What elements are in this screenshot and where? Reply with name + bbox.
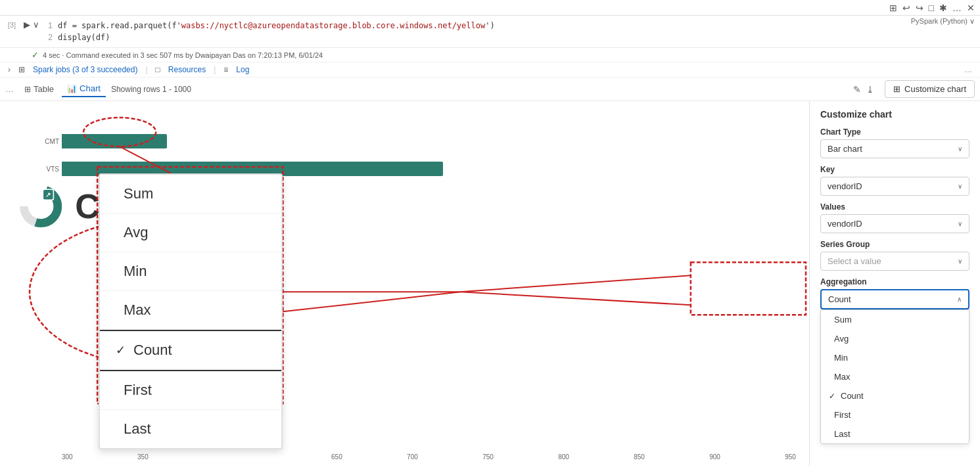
series-group-select[interactable]: Select a value ∨	[820, 252, 969, 271]
key-chevron: ∨	[958, 183, 962, 190]
close-icon[interactable]: ✕	[967, 3, 975, 13]
expand-cell-icon[interactable]: ∨	[33, 20, 39, 30]
agg-count-check: ✓	[829, 392, 835, 401]
dropdown-item-last[interactable]: Last	[100, 410, 281, 448]
log-link[interactable]: Log	[236, 65, 249, 74]
agg-first-label: First	[834, 410, 851, 420]
log-icon: ≡	[223, 65, 228, 74]
more-icon[interactable]: …	[952, 3, 962, 13]
code-line-1: 1 df = spark.read.parquet(f'wasbs://nyct…	[42, 20, 906, 32]
redo-icon[interactable]: ↪	[916, 3, 923, 13]
agg-item-avg[interactable]: Avg	[821, 329, 969, 348]
output-more-icon[interactable]: …	[5, 84, 14, 94]
collapse-icon[interactable]: ›	[8, 65, 11, 74]
agg-item-count[interactable]: ✓ Count	[821, 386, 969, 405]
aggregation-label: Aggregation	[820, 277, 969, 286]
chart-type-label: Chart Type	[820, 127, 969, 137]
agg-max-label: Max	[834, 372, 851, 382]
dropdown-item-sum[interactable]: Sum	[100, 175, 281, 214]
values-select[interactable]: vendorID ∨	[820, 214, 969, 233]
table-icon: ⊞	[24, 85, 31, 94]
dropdown-item-avg[interactable]: Avg	[100, 214, 281, 252]
agg-last-label: Last	[834, 429, 851, 439]
series-group-value: Select a value	[828, 256, 881, 266]
agg-item-max[interactable]: Max	[821, 367, 969, 386]
edit-icon[interactable]: ✎	[853, 84, 861, 95]
run-button[interactable]: ▶	[24, 20, 30, 30]
language-badge[interactable]: PySpark (Python) ∨	[906, 16, 980, 27]
chart-type-select[interactable]: Bar chart ∨	[820, 139, 969, 158]
aggregation-value: Count	[828, 294, 851, 304]
top-toolbar: ⊞ ↩ ↪ □ ✱ … ✕	[0, 0, 980, 16]
key-select[interactable]: vendorID ∨	[820, 177, 969, 196]
bar-label-vts: VTS	[39, 166, 59, 173]
series-group-chevron: ∨	[958, 258, 962, 265]
values-label: Values	[820, 202, 969, 212]
values-value: vendorID	[828, 219, 862, 229]
undo-icon[interactable]: ↩	[902, 3, 910, 13]
toolbar-actions: ✎ ⤓ ⊞ Customize chart	[853, 80, 975, 98]
download-icon[interactable]: ⤓	[866, 84, 874, 95]
customize-chart-icon: ⊞	[893, 84, 900, 94]
customize-chart-button[interactable]: ⊞ Customize chart	[885, 80, 975, 98]
resources-link[interactable]: Resources	[168, 65, 206, 74]
avg-label: Avg	[124, 224, 149, 241]
agg-min-label: Min	[834, 353, 848, 363]
table-tab[interactable]: ⊞ Table	[19, 81, 59, 97]
spark-jobs-icon: ⊞	[18, 65, 25, 74]
values-chevron: ∨	[958, 220, 962, 227]
agg-item-last[interactable]: Last	[821, 424, 969, 443]
dropdown-item-first[interactable]: First	[100, 371, 281, 410]
dropdown-item-count[interactable]: ✓ Count	[100, 331, 281, 370]
agg-item-first[interactable]: First	[821, 405, 969, 424]
chart-tab-icon: 📊	[67, 84, 77, 93]
exec-status: ✓ 4 sec · Command executed in 3 sec 507 …	[32, 50, 323, 60]
aggregation-select[interactable]: Count ∧	[820, 289, 969, 309]
chart-type-value: Bar chart	[828, 144, 862, 154]
grid-icon[interactable]: ⊞	[889, 3, 897, 13]
x-axis: 300 350 650 700 750 800 850 900 950	[62, 453, 796, 461]
bar-cmt	[62, 134, 167, 148]
showing-text: Showing rows 1 - 1000	[111, 85, 191, 94]
agg-item-sum[interactable]: Sum	[821, 310, 969, 329]
agg-sum-label: Sum	[834, 315, 852, 325]
aggregation-dropdown: Sum Avg Min Max ✓ Count	[820, 309, 969, 444]
toolbar-icons: ⊞ ↩ ↪ □ ✱ … ✕	[889, 3, 975, 13]
first-label: First	[124, 382, 152, 399]
agg-item-min[interactable]: Min	[821, 348, 969, 367]
dropdown-item-min[interactable]: Min	[100, 252, 281, 291]
spark-jobs-link[interactable]: Spark jobs (3 of 3 succeeded)	[33, 65, 137, 74]
bar-row-cmt: CMT	[39, 134, 796, 148]
chart-type-chevron: ∨	[958, 145, 962, 152]
main-content: ↗ Chart CMT VTS 300 350 650 700 750 800	[0, 101, 980, 466]
panel-title: Customize chart	[820, 109, 969, 120]
exec-status-text: 4 sec · Command executed in 3 sec 507 ms…	[43, 51, 323, 59]
check-icon: ✓	[32, 50, 39, 60]
aggregation-section: Count ∧ Sum Avg Min Max	[820, 289, 969, 444]
aggregation-chevron: ∧	[957, 296, 962, 303]
max-label: Max	[124, 302, 151, 319]
key-value: vendorID	[828, 181, 862, 191]
count-label: Count	[133, 342, 172, 359]
dropdown-item-max[interactable]: Max	[100, 291, 281, 330]
series-group-label: Series Group	[820, 240, 969, 249]
output-toolbar: … ⊞ Table 📊 Chart Showing rows 1 - 1000 …	[0, 78, 980, 101]
key-label: Key	[820, 165, 969, 174]
resources-icon: □	[156, 65, 160, 74]
last-label: Last	[124, 420, 151, 438]
agg-count-label: Count	[841, 391, 864, 401]
star-icon[interactable]: ✱	[939, 3, 947, 13]
min-label: Min	[124, 263, 147, 280]
chart-area: ↗ Chart CMT VTS 300 350 650 700 750 800	[0, 101, 809, 466]
sum-label: Sum	[124, 185, 153, 202]
cell-number: [3]	[0, 16, 21, 34]
code-line-2: 2 display(df)	[42, 32, 906, 43]
chart-tab[interactable]: 📊 Chart	[62, 81, 106, 97]
bar-label-cmt: CMT	[39, 138, 59, 145]
more-options-icon[interactable]: …	[964, 65, 972, 74]
count-check: ✓	[116, 343, 126, 357]
expand-icon[interactable]: □	[929, 3, 934, 13]
right-panel: Customize chart Chart Type Bar chart ∨ K…	[809, 101, 980, 466]
agg-avg-label: Avg	[834, 334, 849, 344]
aggregation-dropdown-overlay: Sum Avg Min Max ✓ Count First	[99, 173, 283, 449]
